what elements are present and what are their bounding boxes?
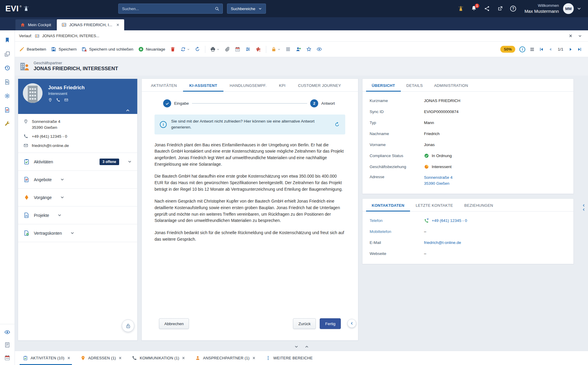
right-panel-collapse-handle[interactable] [582,203,586,212]
history-icon[interactable] [4,65,10,71]
chevron-down-icon[interactable] [127,159,132,164]
plugin-button[interactable] [256,46,261,52]
finish-button[interactable]: Fertig [320,318,341,329]
user-menu-chevron-icon[interactable] [577,6,581,11]
phone-row[interactable]: +49 (641) 12345 - 0 [23,134,132,140]
section-projekte[interactable]: Projekte [18,206,137,224]
regenerate-refresh-icon[interactable] [334,122,340,127]
first-record-icon[interactable] [539,47,544,52]
lighthouse-status-icon[interactable] [458,6,464,12]
copy-icon[interactable] [4,51,10,57]
add-contact-button[interactable] [296,46,301,52]
bottom-tab-weitere-bereiche[interactable]: WEITERE BEREICHE [261,351,318,365]
collapse-card-chevron-icon[interactable] [125,108,130,113]
external-link-icon[interactable] [497,6,503,12]
create-new-button[interactable]: Neuanlage [138,46,165,52]
next-record-icon[interactable] [568,47,573,52]
chevron-up-icon[interactable] [305,344,309,349]
convert-dropdown-button[interactable] [180,46,190,52]
history-current-entry[interactable]: JONAS FRIEDRICH, INTERES... [42,34,99,38]
rows-button[interactable] [285,46,291,52]
print-dropdown-button[interactable] [210,46,220,52]
address-link-line2[interactable]: 35390 Gießen [424,181,453,187]
refresh-button[interactable] [195,46,200,52]
calendar-icon[interactable] [4,355,10,361]
edit-button[interactable]: Bearbeiten [19,46,46,52]
tab-uebersicht[interactable]: ÜBERSICHT [366,79,401,91]
partner-avatar[interactable] [23,83,42,103]
close-icon[interactable] [182,356,185,360]
previous-record-icon[interactable] [548,47,553,52]
info-icon[interactable]: i [519,46,525,52]
collapse-panel-handle[interactable] [347,319,356,328]
back-button[interactable]: Zurück [293,318,316,329]
document-search-icon[interactable] [4,79,10,85]
search-scope-dropdown[interactable]: Suchbereiche [227,4,266,14]
bookmark-icon[interactable] [4,37,10,43]
save-and-close-button[interactable]: Speichern und schließen [81,46,133,52]
address-link-line1[interactable]: Sonnenstraße 4 [424,175,453,181]
wrench-icon[interactable] [4,121,10,127]
completeness-badge[interactable]: 50% [500,46,515,53]
tab-aktivitaeten[interactable]: AKTIVITÄTEN [145,79,183,91]
email-row[interactable]: friedrich@t-online.de [23,143,132,149]
close-icon[interactable] [119,356,122,360]
tab-letzte-kontakte[interactable]: LETZTE KONTAKTE [410,199,459,211]
email-link[interactable]: friedrich@t-online.de [424,240,461,245]
tab-kontaktdaten[interactable]: KONTAKTDATEN [366,199,410,211]
close-history-icon[interactable] [569,34,573,38]
notifications-button[interactable]: 1 [471,5,477,12]
tab-beziehungen[interactable]: BEZIEHUNGEN [459,199,499,211]
watch-eye-icon[interactable] [4,329,10,335]
evi-logo[interactable]: EVI ® [5,5,29,13]
attachment-button[interactable] [224,46,230,52]
chevron-down-icon[interactable] [294,344,299,349]
privacy-lock-button[interactable] [122,319,134,332]
chevron-down-icon[interactable] [60,177,64,182]
tab-ki-assistent[interactable]: KI-ASSISTENT [183,79,223,91]
report-document-icon[interactable] [4,107,10,113]
tab-customer-journey[interactable]: CUSTOMER JOURNEY [292,79,347,91]
last-record-icon[interactable] [577,47,582,52]
section-vorgaenge[interactable]: Vorgänge [18,189,137,206]
chevron-down-icon[interactable] [70,231,75,235]
step-eingabe[interactable]: Eingabe [163,99,189,107]
history-dropdown-chevron-icon[interactable] [578,34,582,38]
bottom-tab-kommunikation[interactable]: KOMMUNIKATION (1) [127,351,190,365]
search-icon[interactable] [215,6,220,11]
calendar-button[interactable] [235,46,240,52]
delete-button[interactable] [170,46,176,52]
mail-icon[interactable] [64,98,68,102]
save-button[interactable]: Speichern [51,46,77,52]
phone-link[interactable]: +49 (641) 12345 - 0 [432,218,467,223]
address-row[interactable]: Sonnenstraße 4 35390 Gießen [23,119,132,130]
favorite-button[interactable] [306,46,312,52]
notes-icon[interactable] [4,342,10,348]
tab-mein-cockpit[interactable]: Mein Cockpit [15,19,56,30]
location-pin-icon[interactable] [48,98,52,102]
help-icon[interactable]: ? [510,6,516,12]
bottom-tab-aktivitaeten[interactable]: AKTIVITÄTEN (10) [18,351,75,365]
bottom-tab-adressen[interactable]: ADRESSEN (1) [75,351,127,365]
close-tab-icon[interactable] [116,23,119,26]
chevron-down-icon[interactable] [57,213,62,217]
section-aktivitaeten[interactable]: Aktivitäten 3 offene [18,153,137,171]
step-antwort[interactable]: 2 Antwort [310,99,335,107]
close-icon[interactable] [252,356,256,360]
cancel-button[interactable]: Abbrechen [159,318,189,329]
phone-icon[interactable] [56,98,60,102]
close-icon[interactable] [67,356,70,360]
lock-dropdown-button[interactable] [271,46,280,52]
search-input[interactable] [122,7,215,11]
section-angebote[interactable]: Angebote [18,171,137,189]
tab-jonas-friedrich[interactable]: JONAS FRIEDRICH, I... [57,19,124,30]
tab-administration[interactable]: ADMINISTRATION [428,79,474,91]
tab-details[interactable]: DETAILS [401,79,428,91]
share-icon[interactable] [484,6,490,12]
section-vertragskonten[interactable]: Vertragskonten [18,224,137,242]
bottom-tab-ansprechpartner[interactable]: ANSPRECHPARTNER (1) [190,351,260,365]
settings-gear-icon[interactable] [4,93,10,99]
watch-button[interactable] [316,46,322,52]
chevron-down-icon[interactable] [60,195,64,200]
tab-kpi[interactable]: KPI [273,79,292,91]
